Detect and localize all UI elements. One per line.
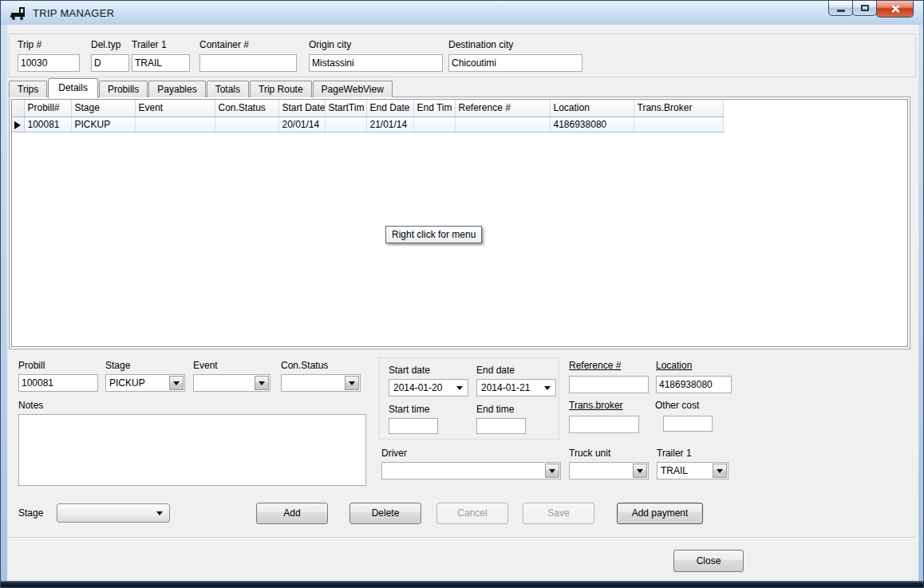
close-window-button[interactable]: [876, 1, 914, 18]
stage-filter-combobox[interactable]: [57, 503, 170, 523]
del-typ-label: Del.typ: [91, 39, 120, 50]
cell-probill[interactable]: 100081: [24, 116, 71, 132]
stops-grid[interactable]: Probill# Stage Event Con.Status Start Da…: [11, 99, 908, 347]
window-title: TRIP MANAGER: [33, 7, 114, 19]
stage-combobox[interactable]: PICKUP: [105, 374, 185, 392]
tab-pagewebview[interactable]: PageWebView: [313, 81, 393, 97]
end-date-label: End date: [476, 365, 515, 376]
con-status-label: Con.Status: [281, 360, 328, 371]
cell-end-date[interactable]: 21/01/14: [366, 116, 413, 132]
col-end-time[interactable]: End Tim: [413, 100, 455, 116]
tab-totals[interactable]: Totals: [207, 81, 249, 97]
del-typ-field[interactable]: [91, 54, 129, 72]
cell-con-status[interactable]: [215, 116, 278, 132]
end-time-field[interactable]: [476, 418, 526, 434]
close-button[interactable]: Close: [673, 550, 744, 572]
cell-location[interactable]: 4186938080: [550, 116, 634, 132]
driver-combobox[interactable]: [381, 462, 561, 479]
maximize-icon: [861, 5, 869, 11]
other-cost-field[interactable]: [663, 416, 713, 432]
destination-city-label: Destination city: [448, 39, 513, 50]
col-stage[interactable]: Stage: [71, 100, 135, 116]
start-time-field[interactable]: [389, 418, 438, 434]
trailer1-dropdown-button[interactable]: [713, 464, 727, 478]
add-button[interactable]: Add: [256, 503, 328, 524]
con-status-dropdown-button[interactable]: [345, 376, 359, 390]
current-row-arrow-icon: [14, 121, 21, 129]
end-time-label: End time: [476, 404, 514, 415]
cell-trans-broker[interactable]: [634, 116, 723, 132]
trans-broker-field[interactable]: [569, 416, 639, 433]
cell-start-time[interactable]: [325, 116, 366, 132]
tab-probills[interactable]: Probills: [99, 81, 148, 97]
trip-number-label: Trip #: [18, 39, 41, 50]
end-date-value: 2014-01-21: [481, 382, 530, 393]
container-number-field[interactable]: [199, 54, 297, 72]
reference-link-label[interactable]: Reference #: [569, 360, 621, 371]
grid-header-row: Probill# Stage Event Con.Status Start Da…: [12, 100, 723, 116]
maximize-button[interactable]: [852, 1, 877, 16]
cancel-button: Cancel: [436, 503, 508, 524]
other-cost-label: Other cost: [655, 400, 699, 411]
cell-end-time[interactable]: [413, 116, 455, 132]
stage-label: Stage: [105, 360, 130, 371]
tab-details[interactable]: Details: [48, 78, 98, 98]
cell-start-date[interactable]: 20/01/14: [278, 116, 325, 132]
destination-city-field[interactable]: [448, 54, 582, 72]
footer-separator: [9, 537, 916, 580]
col-reference[interactable]: Reference #: [455, 100, 550, 116]
col-con-status[interactable]: Con.Status: [215, 100, 278, 116]
col-event[interactable]: Event: [135, 100, 215, 116]
truck-unit-dropdown-button[interactable]: [633, 464, 647, 478]
dropdown-arrow-icon: [349, 381, 355, 385]
start-date-picker[interactable]: 2014-01-20: [389, 379, 468, 397]
minimize-icon: [837, 10, 845, 12]
stage-dropdown-button[interactable]: [169, 376, 184, 390]
col-start-date[interactable]: Start Date: [278, 100, 325, 116]
trip-number-field[interactable]: [18, 54, 80, 72]
end-date-picker[interactable]: 2014-01-21: [476, 379, 556, 397]
col-trans-broker[interactable]: Trans.Broker: [634, 100, 723, 116]
tooltip: Right click for menu: [385, 226, 482, 243]
tab-payables[interactable]: Payables: [148, 81, 205, 97]
event-combobox[interactable]: [193, 374, 270, 392]
truck-unit-label: Truck unit: [569, 448, 610, 459]
trailer1-combobox[interactable]: TRAIL: [657, 462, 729, 479]
delete-button[interactable]: Delete: [349, 503, 421, 524]
trailer1-label: Trailer 1: [657, 448, 692, 459]
location-field[interactable]: [656, 376, 732, 393]
location-link-label[interactable]: Location: [656, 360, 692, 371]
driver-dropdown-button[interactable]: [545, 464, 559, 478]
notes-field[interactable]: [18, 414, 366, 486]
start-time-label: Start time: [389, 404, 429, 415]
probill-field[interactable]: [18, 374, 98, 392]
minimize-button[interactable]: [828, 1, 853, 16]
tab-strip: Trips Details Probills Payables Totals T…: [9, 77, 393, 97]
tab-trips[interactable]: Trips: [9, 81, 47, 97]
truck-unit-combobox[interactable]: [569, 462, 649, 479]
save-button: Save: [523, 503, 594, 524]
col-start-time[interactable]: StartTim: [325, 100, 366, 116]
probill-label: Probill: [18, 360, 45, 371]
row-selector-cell[interactable]: [12, 116, 24, 132]
add-payment-button[interactable]: Add payment: [617, 503, 703, 524]
trans-broker-link-label[interactable]: Trans.broker: [569, 400, 623, 411]
truck-icon: [10, 6, 28, 21]
container-number-label: Container #: [199, 39, 249, 50]
origin-city-field[interactable]: [309, 54, 443, 72]
cell-event[interactable]: [135, 116, 215, 132]
stage-combobox-value: PICKUP: [109, 377, 145, 389]
tab-trip-route[interactable]: Trip Route: [250, 81, 312, 97]
reference-field[interactable]: [569, 376, 649, 393]
event-dropdown-button[interactable]: [255, 376, 269, 390]
grid-selector-header: [12, 100, 24, 116]
cell-reference[interactable]: [455, 116, 550, 132]
titlebar[interactable]: TRIP MANAGER: [1, 1, 923, 25]
close-icon: [890, 4, 900, 14]
trailer1-header-field[interactable]: [132, 54, 190, 72]
col-end-date[interactable]: End Date: [366, 100, 413, 116]
col-probill[interactable]: Probill#: [24, 100, 71, 116]
con-status-combobox[interactable]: [281, 374, 361, 392]
col-location[interactable]: Location: [550, 100, 634, 116]
cell-stage[interactable]: PICKUP: [71, 116, 135, 132]
